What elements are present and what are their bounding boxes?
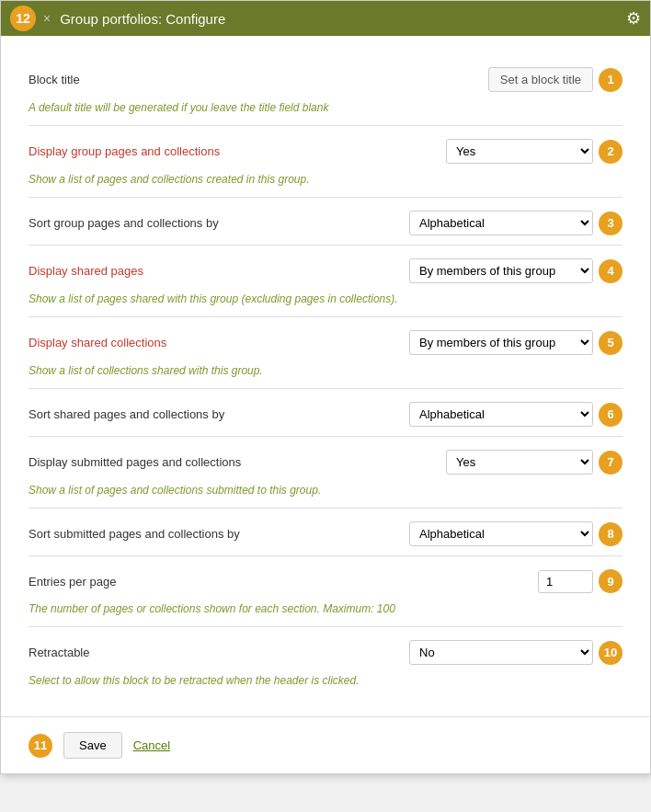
window-badge: 12	[10, 6, 36, 31]
sort-shared-pages-label: Sort shared pages and collections by	[29, 407, 224, 421]
footer: 11 Save Cancel	[1, 716, 650, 773]
display-shared-pages-select[interactable]: By members of this group Everyone No	[409, 258, 593, 283]
sort-submitted-select[interactable]: Alphabetical Date (newest first) Date (o…	[409, 521, 593, 546]
display-group-pages-label: Display group pages and collections	[29, 144, 220, 158]
display-shared-collections-select[interactable]: By members of this group Everyone No	[409, 330, 593, 355]
step-badge-4: 4	[599, 259, 622, 283]
retractable-help: Select to allow this block to be retract…	[29, 670, 622, 689]
sort-submitted-label: Sort submitted pages and collections by	[29, 527, 240, 541]
step-badge-6: 6	[599, 403, 622, 427]
gear-icon[interactable]: ⚙	[626, 8, 641, 29]
form-body: Block title Set a block title 1 A defaul…	[1, 36, 650, 716]
entries-per-page-input[interactable]	[538, 570, 593, 593]
step-badge-8: 8	[599, 522, 622, 546]
sort-submitted-row: Sort submitted pages and collections by …	[29, 509, 622, 556]
display-shared-collections-label: Display shared collections	[29, 336, 166, 349]
step-badge-7: 7	[599, 451, 622, 475]
display-group-pages-row: Display group pages and collections Yes …	[29, 126, 622, 198]
display-submitted-label: Display submitted pages and collections	[29, 455, 241, 469]
sort-shared-pages-row: Sort shared pages and collections by Alp…	[29, 389, 622, 437]
retractable-row: Retractable No Yes Automatically 10 Sele…	[29, 627, 622, 698]
step-badge-10: 10	[599, 641, 622, 665]
retractable-label: Retractable	[29, 646, 89, 659]
step-badge-1: 1	[599, 68, 622, 92]
entries-per-page-help: The number of pages or collections shown…	[29, 599, 622, 617]
display-group-pages-help: Show a list of pages and collections cre…	[29, 169, 622, 188]
titlebar: 12 × Group portfolios: Configure ⚙	[1, 1, 650, 36]
step-badge-9: 9	[599, 569, 622, 593]
sort-group-pages-row: Sort group pages and collections by Alph…	[29, 198, 622, 246]
sort-group-pages-select[interactable]: Alphabetical Date (newest first) Date (o…	[409, 211, 593, 235]
step-badge-2: 2	[599, 140, 622, 164]
display-submitted-select[interactable]: Yes No	[446, 450, 593, 475]
block-title-button[interactable]: Set a block title	[488, 67, 593, 92]
cancel-button[interactable]: Cancel	[133, 738, 170, 752]
display-group-pages-select[interactable]: Yes No	[446, 139, 593, 164]
step-badge-3: 3	[599, 212, 622, 235]
close-icon[interactable]: ×	[43, 11, 51, 26]
display-shared-collections-help: Show a list of collections shared with t…	[29, 360, 622, 379]
entries-per-page-row: Entries per page 9 The number of pages o…	[29, 556, 622, 627]
display-shared-collections-row: Display shared collections By members of…	[29, 317, 622, 389]
display-shared-pages-row: Display shared pages By members of this …	[29, 246, 622, 317]
display-submitted-row: Display submitted pages and collections …	[29, 437, 622, 509]
step-badge-5: 5	[599, 331, 622, 355]
block-title-row: Block title Set a block title 1 A defaul…	[29, 54, 622, 126]
display-shared-pages-label: Display shared pages	[29, 264, 143, 278]
block-title-label: Block title	[29, 73, 80, 86]
display-shared-pages-help: Show a list of pages shared with this gr…	[29, 289, 622, 307]
retractable-select[interactable]: No Yes Automatically	[409, 640, 593, 665]
sort-shared-pages-select[interactable]: Alphabetical Date (newest first) Date (o…	[409, 402, 593, 427]
sort-group-pages-label: Sort group pages and collections by	[29, 216, 219, 230]
configure-window: 12 × Group portfolios: Configure ⚙ Block…	[0, 0, 651, 774]
window-title: Group portfolios: Configure	[60, 11, 626, 27]
display-submitted-help: Show a list of pages and collections sub…	[29, 480, 622, 498]
save-button[interactable]: Save	[63, 732, 122, 759]
block-title-help: A default title will be generated if you…	[29, 97, 622, 116]
footer-badge: 11	[29, 734, 52, 758]
entries-per-page-label: Entries per page	[29, 575, 116, 589]
